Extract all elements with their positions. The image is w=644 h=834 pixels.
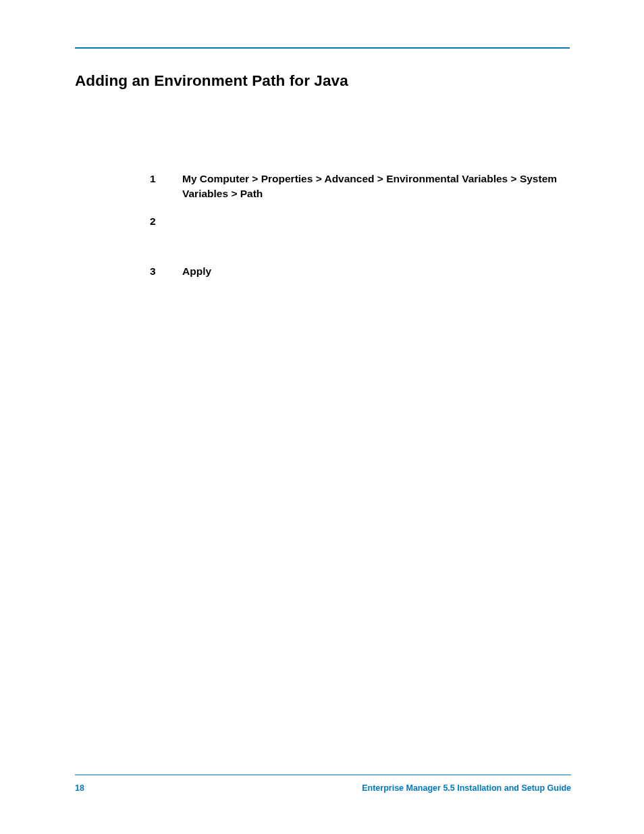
step-number: 3 bbox=[150, 264, 182, 279]
top-divider bbox=[75, 47, 570, 49]
step-bold-text: Apply bbox=[182, 265, 211, 277]
page-number: 18 bbox=[75, 783, 84, 793]
step-bold-text: My Computer > Properties > Advanced > En… bbox=[182, 173, 557, 199]
steps-list: 1 My Computer > Properties > Advanced > … bbox=[150, 172, 568, 292]
document-page: Adding an Environment Path for Java 1 My… bbox=[0, 0, 644, 834]
step-1: 1 My Computer > Properties > Advanced > … bbox=[150, 172, 568, 201]
bottom-divider bbox=[75, 775, 571, 775]
step-body: Apply bbox=[182, 264, 568, 279]
step-body: My Computer > Properties > Advanced > En… bbox=[182, 172, 568, 201]
section-heading: Adding an Environment Path for Java bbox=[75, 72, 348, 90]
footer-title: Enterprise Manager 5.5 Installation and … bbox=[362, 783, 571, 793]
step-2: 2 bbox=[150, 214, 568, 229]
step-3: 3 Apply bbox=[150, 264, 568, 279]
step-number: 2 bbox=[150, 214, 182, 229]
step-number: 1 bbox=[150, 172, 182, 186]
